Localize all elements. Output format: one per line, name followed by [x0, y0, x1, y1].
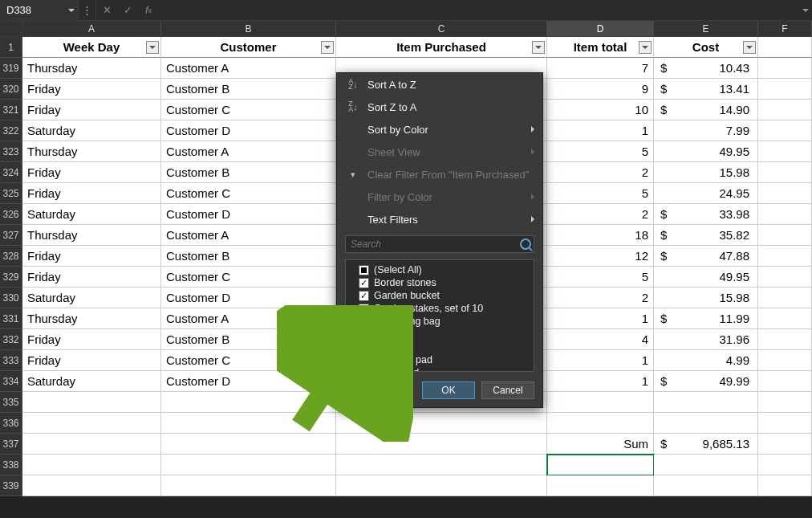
row-header[interactable]: 339: [0, 475, 22, 496]
checkbox-icon[interactable]: [359, 329, 369, 340]
checkbox-icon[interactable]: [359, 278, 369, 288]
cell[interactable]: Friday: [22, 350, 161, 371]
cell[interactable]: 1: [547, 371, 654, 392]
cell[interactable]: Week Day: [22, 37, 161, 58]
cell[interactable]: 49.95: [654, 267, 758, 288]
cell[interactable]: [758, 141, 812, 162]
cell[interactable]: Friday: [22, 329, 161, 350]
cell[interactable]: Item Purchased: [336, 37, 547, 58]
expand-formula-icon[interactable]: [802, 9, 809, 12]
cell[interactable]: Cost: [654, 37, 758, 58]
search-icon[interactable]: [520, 239, 531, 250]
cell[interactable]: [758, 37, 812, 58]
fx-icon[interactable]: fx: [138, 0, 159, 20]
cell[interactable]: [161, 413, 336, 434]
row-header[interactable]: 337: [0, 434, 22, 455]
column-header-A[interactable]: A: [22, 21, 161, 37]
filter-check-item[interactable]: Plant food: [347, 366, 532, 371]
cell[interactable]: [547, 413, 654, 434]
cell[interactable]: 1: [547, 350, 654, 371]
row-header[interactable]: 319: [0, 58, 22, 79]
column-header-B[interactable]: B: [161, 21, 336, 37]
row-header[interactable]: 331: [0, 308, 22, 329]
cell[interactable]: Thursday: [22, 308, 161, 329]
cell[interactable]: [758, 392, 812, 413]
column-header-E[interactable]: E: [654, 21, 758, 37]
row-header[interactable]: 335: [0, 392, 22, 413]
cell[interactable]: $14.90: [654, 100, 758, 120]
cell[interactable]: Customer C: [161, 183, 336, 204]
cell[interactable]: Customer: [161, 37, 336, 58]
row-header[interactable]: 324: [0, 162, 22, 183]
checkbox-icon[interactable]: [359, 342, 369, 353]
name-box[interactable]: D338: [0, 0, 79, 20]
cell[interactable]: [758, 183, 812, 204]
filter-dropdown-icon[interactable]: [146, 41, 159, 54]
filter-check-item[interactable]: Gardening bag: [347, 315, 532, 328]
row-header[interactable]: 320: [0, 79, 22, 100]
cell[interactable]: Saturday: [22, 120, 161, 141]
cell[interactable]: [758, 288, 812, 308]
cell[interactable]: Saturday: [22, 204, 161, 225]
cell[interactable]: $33.98: [654, 204, 758, 225]
row-header[interactable]: 334: [0, 371, 22, 392]
filter-check-item[interactable]: Gloves: [347, 328, 532, 341]
row-header[interactable]: 328: [0, 246, 22, 267]
cell[interactable]: Friday: [22, 100, 161, 120]
cell[interactable]: [336, 475, 547, 496]
cell[interactable]: $47.88: [654, 246, 758, 267]
cell[interactable]: [758, 413, 812, 434]
row-header[interactable]: 326: [0, 204, 22, 225]
cell[interactable]: [758, 225, 812, 246]
cell[interactable]: 5: [547, 267, 654, 288]
cell[interactable]: [758, 350, 812, 371]
cell[interactable]: Item total: [547, 37, 654, 58]
ok-button[interactable]: OK: [422, 381, 475, 399]
cell[interactable]: [758, 204, 812, 225]
cell[interactable]: $9,685.13: [654, 434, 758, 455]
cell[interactable]: Customer D: [161, 371, 336, 392]
cell[interactable]: [161, 455, 336, 475]
row-header[interactable]: 327: [0, 225, 22, 246]
cell[interactable]: $35.82: [654, 225, 758, 246]
cell[interactable]: $13.41: [654, 79, 758, 100]
sort-za-button[interactable]: ZA↓ Sort Z to A: [337, 96, 542, 118]
row-header[interactable]: 336: [0, 413, 22, 434]
cell[interactable]: [758, 371, 812, 392]
select-all-corner[interactable]: [0, 21, 22, 37]
cell[interactable]: [161, 475, 336, 496]
cell[interactable]: [547, 475, 654, 496]
cell[interactable]: [758, 267, 812, 288]
cell[interactable]: 7: [547, 58, 654, 79]
cell[interactable]: 12: [547, 246, 654, 267]
cancel-formula-icon[interactable]: ✕: [96, 0, 117, 20]
cell[interactable]: Customer B: [161, 162, 336, 183]
cell[interactable]: 49.95: [654, 141, 758, 162]
filter-dropdown-icon[interactable]: [639, 41, 652, 54]
cell[interactable]: $49.99: [654, 371, 758, 392]
cell[interactable]: 31.96: [654, 329, 758, 350]
cell[interactable]: Customer A: [161, 308, 336, 329]
formula-input[interactable]: [159, 0, 812, 20]
cell[interactable]: [547, 392, 654, 413]
cell[interactable]: 4.99: [654, 350, 758, 371]
filter-check-item[interactable]: Hose: [347, 341, 532, 353]
accept-formula-icon[interactable]: ✓: [117, 0, 138, 20]
cell[interactable]: 5: [547, 183, 654, 204]
cell[interactable]: Customer C: [161, 267, 336, 288]
cell[interactable]: 2: [547, 204, 654, 225]
cell[interactable]: Customer A: [161, 141, 336, 162]
row-header[interactable]: 329: [0, 267, 22, 288]
cell[interactable]: 1: [547, 308, 654, 329]
cell[interactable]: 15.98: [654, 288, 758, 308]
cell[interactable]: [758, 434, 812, 455]
cell[interactable]: [758, 120, 812, 141]
cell[interactable]: Customer B: [161, 246, 336, 267]
row-header[interactable]: 1: [0, 37, 22, 58]
filter-check-item[interactable]: Garden bucket: [347, 289, 532, 302]
cell[interactable]: Customer A: [161, 225, 336, 246]
cell[interactable]: 2: [547, 288, 654, 308]
checkbox-icon[interactable]: [359, 265, 369, 275]
cell[interactable]: $10.43: [654, 58, 758, 79]
filter-check-item[interactable]: Garden stakes, set of 10: [347, 302, 532, 315]
